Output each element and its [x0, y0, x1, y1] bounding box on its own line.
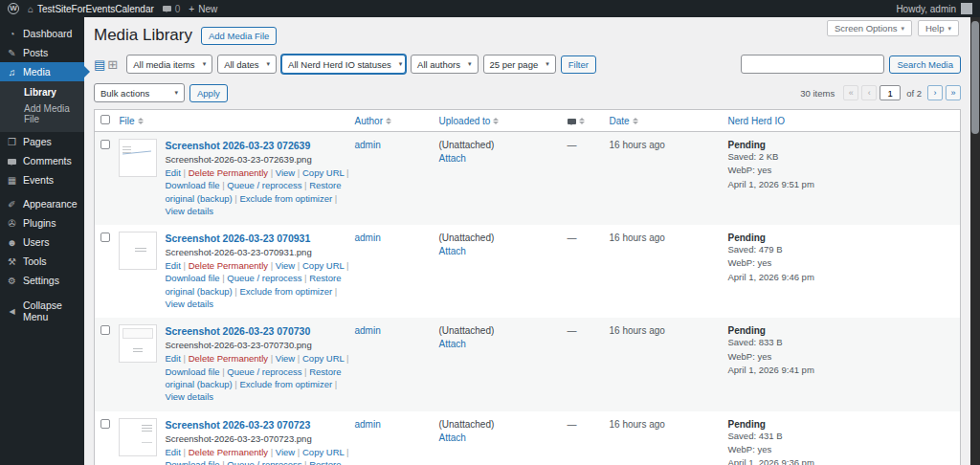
row-action-download-file[interactable]: Download file — [166, 366, 220, 377]
attach-link[interactable]: Attach — [439, 339, 556, 349]
row-action-queue-reprocess[interactable]: Queue / reprocess — [227, 180, 301, 190]
row-checkbox[interactable] — [100, 232, 110, 242]
scrollbar-thumb[interactable] — [971, 21, 979, 134]
author-link[interactable]: admin — [355, 325, 381, 336]
media-title-link[interactable]: Screenshot 2026-03-23 070730 — [166, 325, 357, 337]
comments-value: — — [568, 140, 577, 150]
row-checkbox[interactable] — [100, 140, 110, 149]
row-action-delete-permanently[interactable]: Delete Permanently — [189, 353, 268, 364]
per-page-select[interactable]: 25 per page ▾ — [483, 55, 556, 74]
media-thumbnail[interactable] — [120, 140, 156, 176]
apply-button[interactable]: Apply — [189, 84, 228, 102]
admin-bar-site-link[interactable]: ⌂ TestSiteForEventsCalendar — [28, 4, 154, 14]
row-action-delete-permanently[interactable]: Delete Permanently — [189, 260, 268, 271]
attach-link[interactable]: Attach — [439, 432, 556, 443]
sidebar-item-media[interactable]: ♫ Media — [0, 62, 84, 81]
sidebar-item-events[interactable]: ▦ Events — [0, 170, 84, 189]
media-type-select[interactable]: All media items ▾ — [126, 55, 212, 74]
row-action-copy-url[interactable]: Copy URL — [302, 447, 344, 457]
row-action-exclude-from-optimizer[interactable]: Exclude from optimizer — [239, 379, 332, 389]
row-action-copy-url[interactable]: Copy URL — [302, 167, 344, 178]
media-title-link[interactable]: Screenshot 2026-03-23 072639 — [166, 140, 357, 151]
row-action-view[interactable]: View — [276, 167, 295, 178]
column-header-author[interactable]: Author — [349, 110, 434, 132]
submenu-item-add-media-file[interactable]: Add Media File — [0, 100, 84, 127]
bulk-actions-select[interactable]: Bulk actions ▾ — [94, 83, 185, 102]
author-filter-select[interactable]: All authors ▾ — [411, 55, 478, 74]
media-thumbnail[interactable] — [120, 232, 156, 269]
row-action-edit[interactable]: Edit — [166, 447, 181, 457]
row-action-download-file[interactable]: Download file — [166, 273, 220, 283]
next-page-button[interactable]: › — [927, 85, 943, 100]
sidebar-item-appearance[interactable]: ✐ Appearance — [0, 194, 84, 213]
date-filter-select[interactable]: All dates ▾ — [217, 55, 277, 74]
row-action-view-details[interactable]: View details — [166, 299, 214, 309]
row-action-exclude-from-optimizer[interactable]: Exclude from optimizer — [239, 286, 332, 297]
sidebar-item-tools[interactable]: ⚒ Tools — [0, 252, 84, 271]
row-action-view-details[interactable]: View details — [166, 206, 214, 216]
list-view-icon[interactable]: ▤ — [94, 58, 105, 71]
media-title-link[interactable]: Screenshot 2026-03-23 070723 — [166, 419, 357, 431]
row-action-view-details[interactable]: View details — [166, 391, 214, 402]
row-action-edit[interactable]: Edit — [166, 167, 181, 178]
add-media-file-button[interactable]: Add Media File — [201, 27, 277, 45]
media-title-link[interactable]: Screenshot 2026-03-23 070931 — [166, 232, 357, 244]
media-thumbnail[interactable] — [120, 419, 156, 455]
submenu-item-library[interactable]: Library — [0, 84, 84, 100]
column-header-uploaded-to[interactable]: Uploaded to — [434, 110, 562, 132]
row-action-view[interactable]: View — [276, 260, 295, 271]
row-action-queue-reprocess[interactable]: Queue / reprocess — [227, 366, 301, 377]
prev-page-button[interactable]: ‹ — [861, 85, 877, 100]
column-header-date[interactable]: Date — [604, 110, 723, 132]
sidebar-item-dashboard[interactable]: ◔ Dashboard — [0, 24, 84, 43]
grid-view-icon[interactable]: ⊞ — [107, 58, 118, 71]
admin-bar-new[interactable]: + New — [189, 4, 217, 14]
sidebar-item-posts[interactable]: ✎ Posts — [0, 43, 84, 62]
search-input[interactable] — [741, 55, 884, 74]
row-action-view[interactable]: View — [276, 447, 295, 457]
sidebar-item-comments[interactable]: Comments — [0, 151, 84, 170]
first-page-button[interactable]: « — [843, 85, 858, 100]
howdy-text[interactable]: Howdy, admin — [896, 4, 956, 14]
vertical-scrollbar[interactable] — [970, 17, 980, 465]
row-action-delete-permanently[interactable]: Delete Permanently — [189, 447, 268, 457]
wordpress-logo-icon[interactable]: W — [8, 3, 19, 14]
row-action-download-file[interactable]: Download file — [166, 459, 220, 465]
admin-bar-comments[interactable]: 0 — [163, 4, 181, 14]
column-header-file[interactable]: File — [114, 110, 349, 132]
sidebar-item-pages[interactable]: ❐ Pages — [0, 132, 84, 151]
avatar[interactable] — [961, 3, 972, 14]
row-action-edit[interactable]: Edit — [166, 353, 181, 364]
row-action-download-file[interactable]: Download file — [166, 180, 220, 190]
search-media-button[interactable]: Search Media — [889, 55, 961, 74]
row-action-view[interactable]: View — [276, 353, 295, 364]
last-page-button[interactable]: » — [946, 85, 961, 100]
row-action-queue-reprocess[interactable]: Queue / reprocess — [227, 273, 301, 283]
action-separator: | — [268, 260, 276, 271]
row-action-exclude-from-optimizer[interactable]: Exclude from optimizer — [239, 193, 332, 204]
column-header-comments[interactable] — [562, 110, 604, 132]
attach-link[interactable]: Attach — [439, 153, 556, 164]
row-action-queue-reprocess[interactable]: Queue / reprocess — [227, 459, 301, 465]
nerdherd-status-select[interactable]: All Nerd Herd IO statuses ▾ — [281, 55, 406, 74]
author-link[interactable]: admin — [355, 419, 381, 430]
row-checkbox[interactable] — [100, 419, 110, 429]
sidebar-item-plugins[interactable]: ✇ Plugins — [0, 213, 84, 232]
attach-link[interactable]: Attach — [439, 246, 556, 256]
row-action-copy-url[interactable]: Copy URL — [302, 260, 344, 271]
media-thumbnail[interactable] — [120, 325, 156, 362]
sidebar-item-users[interactable]: ☻ Users — [0, 232, 84, 252]
row-action-edit[interactable]: Edit — [166, 260, 181, 271]
row-action-copy-url[interactable]: Copy URL — [302, 353, 344, 364]
author-link[interactable]: admin — [355, 232, 381, 243]
author-link[interactable]: admin — [355, 140, 381, 150]
collapse-menu-button[interactable]: ◀ Collapse Menu — [0, 296, 84, 326]
row-checkbox[interactable] — [100, 325, 110, 335]
row-action-delete-permanently[interactable]: Delete Permanently — [189, 167, 268, 178]
screen-options-button[interactable]: Screen Options ▾ — [827, 20, 912, 36]
select-all-checkbox[interactable] — [100, 115, 110, 124]
current-page-input[interactable] — [880, 85, 901, 100]
filter-button[interactable]: Filter — [561, 55, 596, 74]
help-button[interactable]: Help ▾ — [918, 20, 959, 36]
sidebar-item-settings[interactable]: ⚙ Settings — [0, 271, 84, 290]
